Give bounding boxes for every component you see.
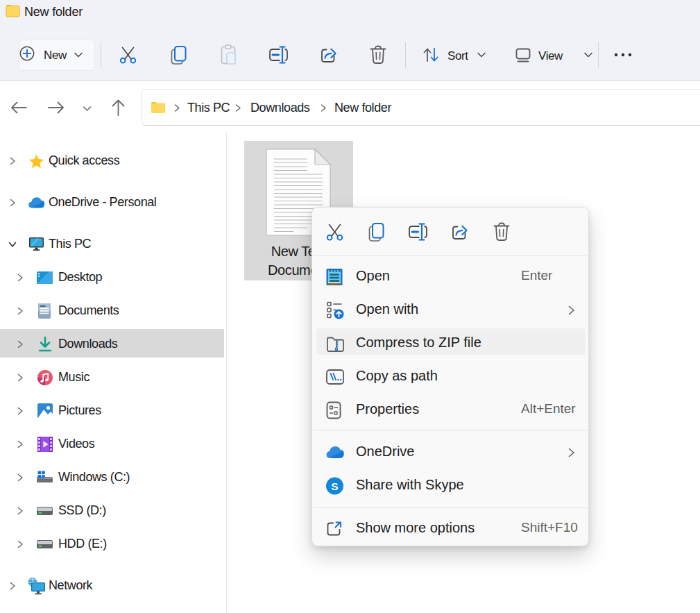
svg-text:S: S — [331, 480, 338, 492]
